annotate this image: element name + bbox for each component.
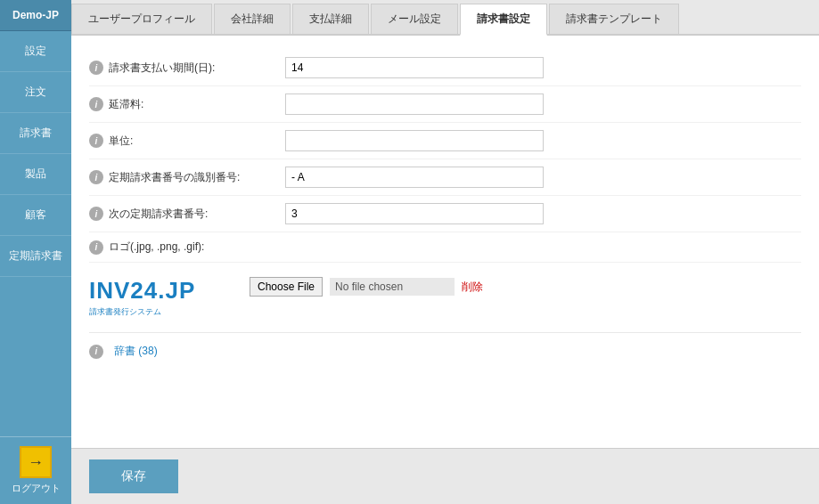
file-upload-row: Choose File No file chosen 削除 <box>250 277 483 297</box>
field-row-logo: i ロゴ(.jpg, .png, .gif): <box>89 232 801 263</box>
tab-invoice-template[interactable]: 請求書テンプレート <box>549 4 679 34</box>
sidebar-item-settings[interactable]: 設定 <box>0 31 71 72</box>
sidebar-item-invoices[interactable]: 請求書 <box>0 113 71 154</box>
tab-payment-details[interactable]: 支払詳細 <box>292 4 369 34</box>
main-panel: ユーザープロフィール 会社詳細 支払詳細 メール設定 請求書設定 請求書テンプレ… <box>71 0 819 504</box>
glossary-link[interactable]: i 辞書 (38) <box>89 344 801 359</box>
tab-bar: ユーザープロフィール 会社詳細 支払詳細 メール設定 請求書設定 請求書テンプレ… <box>71 0 819 36</box>
glossary-section: i 辞書 (38) <box>89 332 801 366</box>
delete-file-link[interactable]: 削除 <box>462 280 483 295</box>
field-label-unit: i 単位: <box>89 134 285 149</box>
sidebar-item-products[interactable]: 製品 <box>0 154 71 195</box>
sidebar-item-recurring[interactable]: 定期請求書 <box>0 236 71 277</box>
no-file-text: No file chosen <box>330 278 455 296</box>
input-next-recurring[interactable] <box>285 203 544 224</box>
save-button[interactable]: 保存 <box>89 459 178 493</box>
sidebar: Demo-JP 設定 注文 請求書 製品 顧客 定期請求書 → ログアウト <box>0 0 71 504</box>
sidebar-item-customers[interactable]: 顧客 <box>0 195 71 236</box>
sidebar-title: Demo-JP <box>0 0 71 31</box>
field-label-recurring-prefix: i 定期請求書番号の識別番号: <box>89 170 285 185</box>
tab-user-profile[interactable]: ユーザープロフィール <box>71 4 212 34</box>
content-area: i 請求書支払い期間(日): i 延滞料: i 単位: i 定期請 <box>71 36 819 448</box>
field-row-unit: i 単位: <box>89 123 801 159</box>
input-late-fee[interactable] <box>285 93 544 115</box>
save-bar: 保存 <box>71 448 819 504</box>
logo-main-text: INV24.JP <box>89 277 232 305</box>
field-label-logo: i ロゴ(.jpg, .png, .gif): <box>89 240 285 255</box>
field-row-payment-period: i 請求書支払い期間(日): <box>89 50 801 86</box>
field-row-recurring-prefix: i 定期請求書番号の識別番号: <box>89 159 801 196</box>
tab-company-details[interactable]: 会社詳細 <box>214 4 291 34</box>
tab-invoice-settings[interactable]: 請求書設定 <box>460 4 547 36</box>
field-row-next-recurring: i 次の定期請求書番号: <box>89 196 801 232</box>
field-label-late-fee: i 延滞料: <box>89 97 285 112</box>
info-icon-payment-period: i <box>89 61 103 75</box>
glossary-label: 辞書 (38) <box>114 344 158 359</box>
info-icon-recurring-prefix: i <box>89 170 103 184</box>
info-icon-late-fee: i <box>89 97 103 111</box>
logo-sub-text: 請求書発行システム <box>89 306 232 318</box>
sidebar-item-orders[interactable]: 注文 <box>0 72 71 113</box>
input-unit[interactable] <box>285 130 544 151</box>
field-label-payment-period: i 請求書支払い期間(日): <box>89 61 285 76</box>
input-recurring-prefix[interactable] <box>285 167 544 188</box>
info-icon-logo: i <box>89 240 103 255</box>
logo-upload-area: Choose File No file chosen 削除 <box>250 277 483 297</box>
field-row-late-fee: i 延滞料: <box>89 86 801 123</box>
info-icon-unit: i <box>89 134 103 148</box>
logo-section: INV24.JP 請求書発行システム Choose File No file c… <box>89 263 801 325</box>
logout-label: ログアウト <box>12 482 61 495</box>
tab-email-settings[interactable]: メール設定 <box>371 4 458 34</box>
input-payment-period[interactable] <box>285 57 544 78</box>
info-icon-glossary: i <box>89 345 103 359</box>
info-icon-next-recurring: i <box>89 207 103 221</box>
sidebar-logout[interactable]: → ログアウト <box>0 436 71 504</box>
choose-file-button[interactable]: Choose File <box>250 277 323 297</box>
logout-icon: → <box>20 446 52 478</box>
field-label-next-recurring: i 次の定期請求書番号: <box>89 207 285 222</box>
logo-preview: INV24.JP 請求書発行システム <box>89 277 232 318</box>
